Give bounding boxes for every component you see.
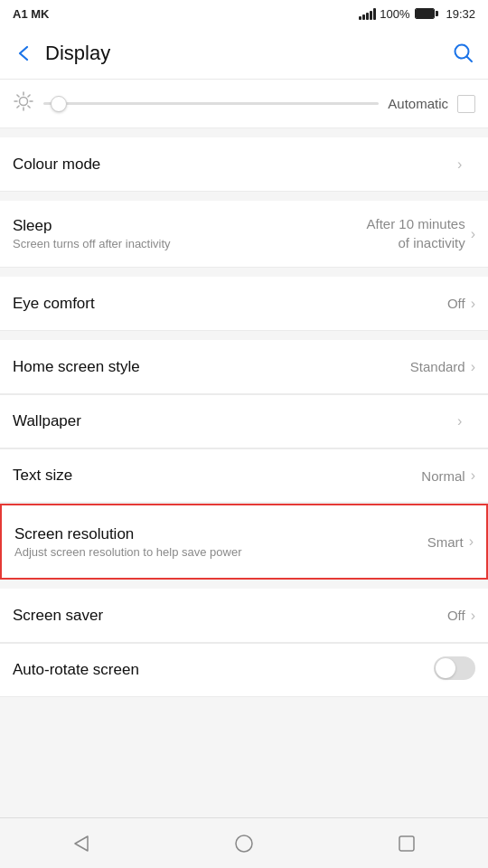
svg-line-7 — [17, 95, 19, 97]
back-button[interactable] — [13, 42, 36, 65]
setting-title-home-screen-style: Home screen style — [13, 358, 410, 376]
setting-value-text-size: Normal — [421, 468, 465, 484]
search-button[interactable] — [452, 42, 475, 65]
setting-value-screen-resolution: Smart — [427, 534, 464, 550]
nav-home-icon — [234, 834, 254, 854]
chevron-icon-wallpaper: › — [457, 413, 462, 429]
setting-item-colour-mode[interactable]: Colour mode › — [0, 137, 488, 192]
setting-item-eye-comfort[interactable]: Eye comfort Off › — [0, 277, 488, 331]
nav-recent-icon — [397, 834, 417, 854]
setting-title-colour-mode: Colour mode — [13, 156, 455, 174]
battery-icon — [415, 8, 438, 19]
time-label: 19:32 — [446, 7, 475, 21]
setting-item-screen-resolution[interactable]: Screen resolution Adjust screen resoluti… — [2, 505, 486, 578]
auto-checkbox[interactable] — [457, 95, 475, 113]
screen-resolution-highlight[interactable]: Screen resolution Adjust screen resoluti… — [0, 504, 488, 580]
setting-subtitle-sleep: Screen turns off after inactivity — [13, 237, 366, 250]
chevron-icon-screen-resolution: › — [469, 533, 474, 550]
header: Display — [0, 27, 488, 80]
chevron-icon-home-screen-style: › — [471, 359, 475, 375]
setting-item-sleep[interactable]: Sleep Screen turns off after inactivity … — [0, 201, 488, 268]
brightness-row: Automatic — [0, 80, 488, 128]
status-right: 100% 19:32 — [359, 7, 475, 21]
setting-content-colour-mode: Colour mode — [13, 145, 455, 184]
chevron-icon-text-size: › — [471, 467, 475, 484]
svg-line-9 — [28, 95, 30, 97]
svg-marker-11 — [75, 836, 88, 851]
chevron-icon-eye-comfort: › — [471, 296, 475, 312]
chevron-icon-sleep: › — [471, 226, 475, 242]
setting-item-screen-saver[interactable]: Screen saver Off › — [0, 589, 488, 643]
nav-back-button[interactable] — [54, 826, 108, 862]
setting-item-auto-rotate[interactable]: Auto-rotate screen — [0, 643, 488, 697]
settings-list: Colour mode › Sleep Screen turns off aft… — [0, 137, 488, 697]
nav-bar — [0, 817, 488, 868]
svg-line-8 — [28, 106, 30, 108]
setting-item-text-size[interactable]: Text size Normal › — [0, 448, 488, 503]
chevron-icon-colour-mode: › — [457, 156, 462, 173]
setting-title-text-size: Text size — [13, 467, 421, 485]
setting-title-auto-rotate: Auto-rotate screen — [13, 661, 434, 679]
setting-value-screen-saver: Off — [447, 608, 465, 623]
setting-value-sleep: After 10 minutesof inactivity — [366, 215, 465, 252]
setting-content-sleep: Sleep Screen turns off after inactivity — [13, 206, 366, 261]
brightness-slider[interactable] — [43, 102, 379, 105]
setting-item-wallpaper[interactable]: Wallpaper › — [0, 394, 488, 448]
auto-label: Automatic — [388, 96, 448, 111]
setting-item-home-screen-style[interactable]: Home screen style Standard › — [0, 340, 488, 394]
back-arrow-icon[interactable] — [13, 42, 36, 65]
toggle-auto-rotate[interactable] — [434, 656, 475, 684]
setting-title-screen-saver: Screen saver — [13, 607, 447, 625]
svg-line-10 — [17, 106, 19, 108]
battery-percent: 100% — [380, 7, 409, 21]
nav-back-icon — [71, 834, 91, 854]
status-bar: A1 MK 100% 19:32 — [0, 0, 488, 27]
setting-title-eye-comfort: Eye comfort — [13, 295, 447, 313]
chevron-icon-screen-saver: › — [471, 608, 475, 624]
brightness-icon — [13, 90, 34, 117]
nav-home-button[interactable] — [217, 826, 271, 862]
svg-point-12 — [236, 835, 252, 852]
nav-recent-button[interactable] — [380, 826, 434, 862]
search-icon — [452, 42, 475, 65]
carrier-label: A1 MK — [13, 7, 49, 21]
setting-title-sleep: Sleep — [13, 217, 366, 235]
setting-value-eye-comfort: Off — [447, 296, 465, 311]
page-title: Display — [45, 42, 452, 65]
setting-title-wallpaper: Wallpaper — [13, 412, 455, 430]
signal-icon — [359, 8, 376, 20]
svg-line-1 — [467, 56, 473, 61]
setting-value-home-screen-style: Standard — [410, 359, 465, 374]
svg-point-2 — [20, 98, 28, 106]
setting-subtitle-screen-resolution: Adjust screen resolution to help save po… — [14, 545, 427, 559]
setting-title-screen-resolution: Screen resolution — [14, 525, 427, 543]
svg-rect-13 — [399, 836, 414, 851]
